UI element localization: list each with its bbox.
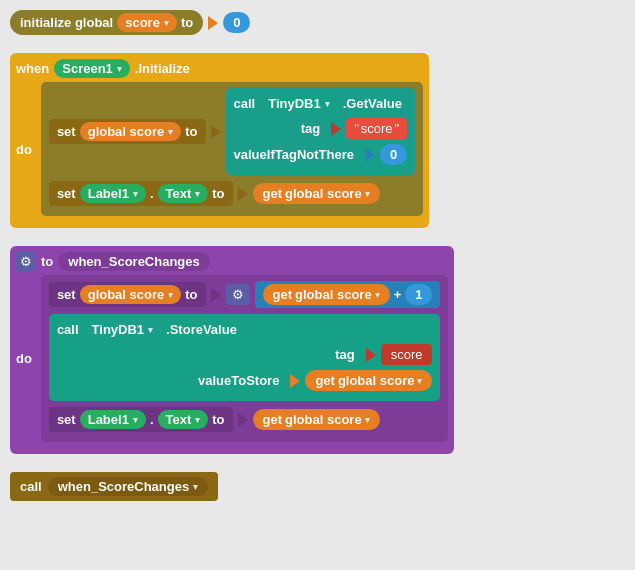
set-block-3[interactable]: set global score ▾ to <box>49 282 206 307</box>
value-0-block[interactable]: 0 <box>223 12 250 33</box>
call-label-2: call <box>57 322 79 337</box>
call-scorechanges-block[interactable]: call when_ScoreChanges ▾ <box>10 472 218 501</box>
block2-when-screen1: when Screen1 ▾ .Initialize do set global… <box>10 53 625 228</box>
score-string-block-1[interactable]: " score " <box>346 118 407 139</box>
get-global-score-2[interactable]: get global score ▾ <box>263 284 390 305</box>
block3-score-changes: ⚙ to when_ScoreChanges do set global sco… <box>10 246 625 454</box>
getvalue-label: .GetValue <box>343 96 402 111</box>
value-1-block[interactable]: 1 <box>405 284 432 305</box>
tag-label-1: tag <box>301 121 321 136</box>
label1-pill-1[interactable]: Label1 ▾ <box>80 184 146 203</box>
score-string-block-2[interactable]: score <box>381 344 433 365</box>
connector7 <box>366 348 376 362</box>
call-label-1: call <box>234 96 256 111</box>
global-score-pill-1[interactable]: global score ▾ <box>80 122 182 141</box>
connector8 <box>290 374 300 388</box>
to-label-1: to <box>41 254 53 269</box>
call-tinydb-storevalue-block[interactable]: call TinyDB1 ▾ .StoreValue tag sco <box>49 314 441 401</box>
valuetostore-label: valueToStore <box>198 373 279 388</box>
gear-icon-1: ⚙ <box>16 252 36 271</box>
connector2 <box>211 125 221 139</box>
dropdown-arrow: ▾ <box>164 18 169 28</box>
connector4 <box>365 148 375 162</box>
storevalue-label: .StoreValue <box>166 322 237 337</box>
set-block-2[interactable]: set Label1 ▾ . Text ▾ to <box>49 181 233 206</box>
tinydb1-pill-1[interactable]: TinyDB1 ▾ <box>260 94 338 113</box>
text-pill-1[interactable]: Text ▾ <box>158 184 209 203</box>
when-scorechanges-pill-2[interactable]: when_ScoreChanges ▾ <box>48 477 209 496</box>
do-label: do <box>16 142 32 157</box>
score-pill[interactable]: score ▾ <box>117 13 177 32</box>
label1-pill-2[interactable]: Label1 ▾ <box>80 410 146 429</box>
call-tinydb-getvalue-block[interactable]: call TinyDB1 ▾ .GetValue tag <box>226 88 416 175</box>
gear-icon-2: ⚙ <box>226 284 250 305</box>
connector3 <box>331 122 341 136</box>
set-block-4[interactable]: set Label1 ▾ . Text ▾ to <box>49 407 233 432</box>
global-score-pill-2[interactable]: global score ▾ <box>80 285 182 304</box>
text-pill-2[interactable]: Text ▾ <box>158 410 209 429</box>
connector5 <box>238 187 248 201</box>
connector9 <box>238 413 248 427</box>
call-label-3: call <box>20 479 42 494</box>
when-label: when <box>16 61 49 76</box>
get-global-score-1[interactable]: get global score ▾ <box>253 183 380 204</box>
connector6 <box>211 288 221 302</box>
valueiftagnotthere-label: valueIfTagNotThere <box>234 147 354 162</box>
tag-label-2: tag <box>335 347 355 362</box>
do-label-2: do <box>16 351 32 366</box>
connector1 <box>208 16 218 30</box>
get-global-score-4[interactable]: get global score ▾ <box>253 409 380 430</box>
value-0-block-2[interactable]: 0 <box>380 144 407 165</box>
tinydb1-pill-2[interactable]: TinyDB1 ▾ <box>84 320 162 339</box>
score-changes-inner: set global score ▾ to ⚙ get <box>41 275 449 442</box>
get-global-score-3[interactable]: get global score ▾ <box>305 370 432 391</box>
initialize-global-block[interactable]: initialize global score ▾ to <box>10 10 203 35</box>
initialize-dot-label: .Initialize <box>135 61 190 76</box>
math-add-block[interactable]: get global score ▾ + 1 <box>255 281 441 308</box>
plus-label: + <box>394 287 402 302</box>
block1-initialize-global: initialize global score ▾ to 0 <box>10 10 625 35</box>
set-block-1[interactable]: set global score ▾ to <box>49 119 206 144</box>
when-scorechanges-pill[interactable]: when_ScoreChanges <box>58 252 210 271</box>
initialize-label: initialize global <box>20 15 113 30</box>
screen1-block[interactable]: Screen1 ▾ <box>54 59 130 78</box>
block4-call-scorechanges: call when_ScoreChanges ▾ <box>10 472 625 501</box>
